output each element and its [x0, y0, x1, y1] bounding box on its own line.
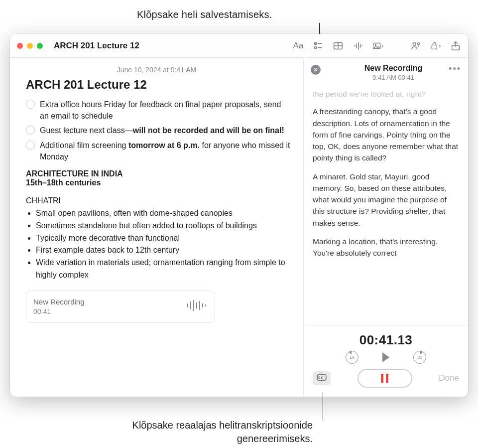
checklist-item[interactable]: Extra office hours Friday for feedback o…	[17, 99, 291, 122]
transcript-area: the period we've looked at, right? A fre…	[304, 85, 468, 325]
list-item: Sometimes standalone but often added to …	[36, 220, 291, 232]
recording-attachment[interactable]: New Recording 00:41	[26, 291, 215, 323]
recording-panel: ✕ New Recording 9:41 AM 00:41 ••• the pe…	[304, 58, 468, 397]
recording-timer: 00:41.13	[313, 332, 459, 348]
checklist-item[interactable]: Guest lecture next class—will not be rec…	[17, 125, 291, 136]
transcript-paragraph: A minaret. Gold star, Mayuri, good memor…	[313, 171, 459, 229]
checklist-item[interactable]: Additional film screening tomorrow at 6 …	[17, 140, 291, 162]
checkbox-icon[interactable]	[26, 141, 35, 149]
titlebar: ARCH 201 Lecture 12 Aa	[10, 34, 468, 58]
checklist-text: Guest lecture next class—	[40, 126, 133, 135]
section-heading: ARCHITECTURE IN INDIA	[26, 169, 291, 178]
checklist-text: Additional film screening	[40, 141, 128, 149]
table-icon[interactable]	[333, 40, 344, 51]
transcript-paragraph: A freestanding canopy, that's a good des…	[313, 106, 459, 163]
list-item: Typically more decorative than functiona…	[36, 232, 291, 245]
recording-title: New Recording	[326, 64, 461, 73]
waveform-icon	[186, 299, 208, 314]
content-area: June 10, 2024 at 9:41 AM ARCH 201 Lectur…	[10, 58, 468, 397]
done-button[interactable]: Done	[439, 373, 459, 383]
subsection-heading: CHHATRI	[26, 196, 291, 205]
list-item: Wide variation in materials used; orname…	[36, 257, 291, 282]
svg-rect-16	[432, 45, 437, 49]
playback-controls: 00:41.13 15 30 Done	[304, 325, 468, 397]
checklist-icon[interactable]	[313, 40, 324, 51]
checkbox-icon[interactable]	[26, 126, 35, 135]
svg-point-13	[375, 44, 376, 45]
app-window: ARCH 201 Lecture 12 Aa	[10, 34, 468, 397]
checkbox-icon[interactable]	[26, 100, 35, 109]
minimize-window-button[interactable]	[27, 43, 33, 49]
skip-forward-30-button[interactable]: 30	[413, 351, 426, 364]
section-subheading: 15th–18th centuries	[26, 178, 291, 187]
toolbar: Aa	[293, 40, 461, 51]
list-item: Small open pavilions, often with dome-sh…	[36, 207, 291, 220]
note-pane: June 10, 2024 at 9:41 AM ARCH 201 Lectur…	[10, 58, 304, 397]
svg-point-14	[413, 42, 416, 45]
recording-attachment-time: 00:41	[33, 307, 85, 316]
callout-transcription: Klõpsake reaalajas helitranskriptsioonid…	[54, 419, 313, 446]
note-date: June 10, 2024 at 9:41 AM	[10, 66, 303, 74]
note-title: ARCH 201 Lecture 12	[26, 78, 291, 92]
lock-icon[interactable]	[430, 40, 441, 51]
window-title: ARCH 201 Lecture 12	[54, 41, 139, 51]
recording-panel-header: ✕ New Recording 9:41 AM 00:41 •••	[304, 58, 468, 85]
callout-record-audio: Klõpsake heli salvestamiseks.	[137, 9, 272, 20]
callout-line	[323, 392, 323, 421]
audio-record-icon[interactable]	[353, 40, 363, 51]
list-item: First example dates back to 12th century	[36, 244, 291, 257]
share-icon[interactable]	[450, 40, 461, 51]
play-button[interactable]	[382, 352, 389, 362]
transcript-faded-line: the period we've looked at, right?	[313, 88, 459, 100]
transcription-toggle-button[interactable]	[313, 371, 331, 385]
close-panel-button[interactable]: ✕	[311, 65, 321, 75]
bullet-list: Small open pavilions, often with dome-sh…	[26, 207, 291, 282]
recording-subtitle: 9:41 AM 00:41	[326, 74, 461, 81]
checklist-text-bold: will not be recorded and will be on fina…	[133, 126, 284, 135]
checklist-text: Extra office hours Friday for feedback o…	[40, 100, 281, 120]
link-collaborate-icon[interactable]	[410, 40, 421, 51]
format-button[interactable]: Aa	[293, 40, 304, 51]
close-window-button[interactable]	[17, 43, 23, 49]
zoom-window-button[interactable]	[37, 43, 43, 49]
svg-point-2	[314, 46, 316, 48]
svg-point-15	[418, 42, 420, 44]
recording-attachment-title: New Recording	[33, 297, 85, 307]
checklist-text-bold: tomorrow at 6 p.m.	[128, 141, 200, 149]
more-options-button[interactable]: •••	[449, 64, 461, 74]
media-icon[interactable]	[372, 40, 383, 51]
transcript-paragraph: Marking a location, that's interesting. …	[313, 236, 459, 259]
pause-record-button[interactable]	[358, 369, 412, 388]
window-controls	[17, 43, 43, 49]
skip-back-15-button[interactable]: 15	[346, 351, 358, 364]
